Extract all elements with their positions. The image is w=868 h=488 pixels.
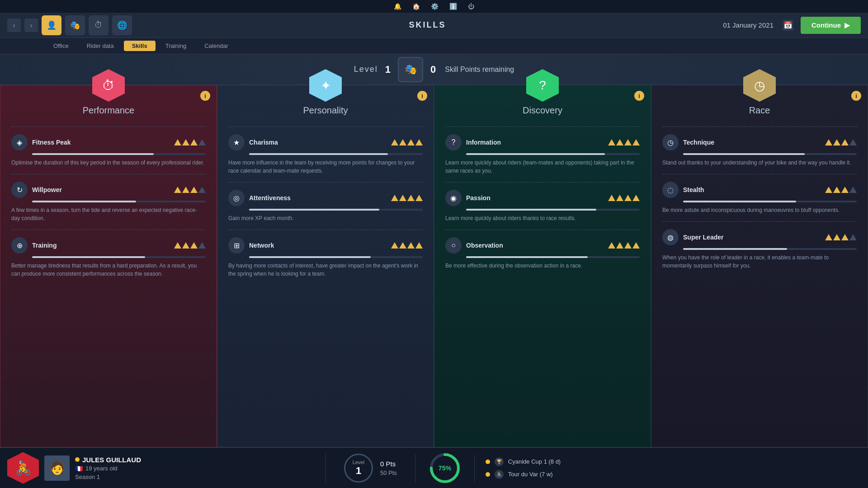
nav-globe-icon[interactable]: 🌐 [112,15,132,35]
stealth-desc: Be more astute and inconspicuous during … [662,206,857,214]
nav-time-icon[interactable]: ⏱ [89,15,108,35]
page-title: SKILLS [136,20,719,30]
skill-charisma: ★ Charisma Have more influence in the te… [228,131,423,178]
charisma-name: Charisma [249,139,387,146]
nav-rider-icon[interactable]: 👤 [42,15,61,35]
player-flag: 🇫🇷 [75,465,83,472]
power-icon[interactable]: ⏻ [468,3,474,10]
willpower-desc: A few times in a season, turn the tide a… [11,206,206,222]
team-logo: 🚴 [7,452,39,484]
skill-card-race: i ◷ Race ◷ Technique Stand out thanks to… [651,85,868,447]
skill-fitness-peak: ◈ Fitness Peak Optimise the duration of … [11,131,206,170]
fitness-peak-desc: Optimise the duration of this key period… [11,159,206,167]
level-circle-value: 1 [356,465,361,477]
observation-name: Observation [466,242,604,249]
performance-header: ⏱ Performance [11,69,206,118]
top-bar: 🔔 🏠 ⚙️ ℹ️ ⏻ [0,0,868,13]
information-desc: Learn more quickly about riders (team-ma… [445,159,640,175]
performance-title: Performance [83,105,135,116]
level-circle: Level 1 [344,454,373,483]
tab-skills[interactable]: Skills [124,41,156,51]
race-item-2: 🚴 Tour du Var (7 w) [486,470,857,479]
player-info: JULES GUILLAUD 🇫🇷 19 years old Season 1 [75,456,141,480]
player-age: 🇫🇷 19 years old [75,465,141,472]
pts-info: 0 Pts 50 Pts [380,460,397,476]
tab-rider-data[interactable]: Rider data [79,41,122,51]
progress-circle: 75% [429,452,461,484]
network-name: Network [249,242,387,249]
super-leader-desc: When you have the role of leader in a ra… [662,253,857,270]
tab-training[interactable]: Training [157,41,194,51]
observation-icon: ○ [445,237,462,253]
player-name: JULES GUILLAUD [75,456,141,464]
race-name-2: Tour du Var (7 w) [508,471,553,478]
discovery-header: ? Discovery [445,69,640,118]
observation-desc: Be more effective during the observation… [445,262,640,270]
pts-current: 0 Pts [380,460,397,468]
continue-button[interactable]: Continue ▶ [801,17,861,34]
player-portrait: 🧑 [44,455,70,481]
fitness-peak-stars [174,139,206,145]
personality-title: Personality [303,105,348,116]
network-desc: By having more contacts of interest, hav… [228,262,423,278]
nav-forward-button[interactable]: › [24,19,38,32]
tab-calendar[interactable]: Calendar [196,41,236,51]
nav-back-button[interactable]: ‹ [7,19,21,32]
race-info-button[interactable]: i [851,91,861,101]
race-dot-1 [486,460,490,464]
gear-icon[interactable]: ⚙️ [431,3,439,10]
technique-desc: Stand out thanks to your understanding o… [662,159,857,167]
info-icon[interactable]: ℹ️ [449,3,457,10]
super-leader-icon: ◍ [662,229,679,245]
bell-icon[interactable]: 🔔 [394,3,401,10]
information-name: Information [466,139,604,146]
skill-stealth: ◌ Stealth Be more astute and inconspicuo… [662,178,857,218]
willpower-icon: ↻ [11,182,28,198]
tab-office[interactable]: Office [45,41,77,51]
chevron-right-icon: ▶ [844,21,850,29]
skill-observation: ○ Observation Be more effective during t… [445,234,640,273]
skill-card-personality: i ✦ Personality ★ Charisma Have more inf… [217,85,434,447]
level-section: Level 1 0 Pts 50 Pts [326,454,415,483]
race-item-1: 🏆 Cyanide Cup 1 (8 d) [486,457,857,466]
home-icon[interactable]: 🏠 [412,3,420,10]
skill-card-discovery: i ? Discovery ? Information Learn more q… [434,85,651,447]
pts-total: 50 Pts [380,469,397,476]
passion-icon: ◉ [445,190,462,206]
discovery-title: Discovery [523,105,562,116]
super-leader-name: Super Leader [683,234,821,241]
charisma-icon: ★ [228,134,245,150]
personality-hex-icon: ✦ [309,69,342,102]
information-stars [608,139,640,145]
technique-icon: ◷ [662,134,679,150]
performance-info-button[interactable]: i [200,91,210,101]
willpower-name: Willpower [32,186,170,193]
information-icon: ? [445,134,462,150]
skill-network: ⊞ Network By having more contacts of int… [228,234,423,282]
bottom-bar: 🚴 🧑 JULES GUILLAUD 🇫🇷 19 years old Seaso… [0,447,868,488]
training-icon: ⊕ [11,237,28,253]
passion-desc: Learn more quickly about riders thanks t… [445,214,640,222]
skill-training: ⊕ Training Better manage tiredness that … [11,234,206,282]
personality-info-button[interactable]: i [417,91,427,101]
discovery-hex-icon: ? [526,69,559,102]
network-icon: ⊞ [228,237,245,253]
technique-name: Technique [683,139,821,146]
progress-label: 75% [439,465,451,472]
nav-tactics-icon[interactable]: 🎭 [65,15,85,35]
training-name: Training [32,242,170,249]
race-hex-icon: ◷ [743,69,776,102]
charisma-stars [391,139,423,145]
discovery-info-button[interactable]: i [634,91,644,101]
race-dot-2 [486,472,490,477]
cycling-icon: 🚴 [495,470,504,479]
stealth-name: Stealth [683,186,821,193]
calendar-icon[interactable]: 📅 [783,20,793,31]
technique-stars [825,139,857,145]
skill-card-performance: i ⏱ Performance ◈ Fitness Peak Optimise … [0,85,217,447]
sub-nav: Office Rider data Skills Training Calend… [0,38,868,54]
fitness-peak-icon: ◈ [11,134,28,150]
skill-passion: ◉ Passion Learn more quickly about rider… [445,186,640,226]
network-stars [391,242,423,249]
willpower-stars [174,187,206,193]
